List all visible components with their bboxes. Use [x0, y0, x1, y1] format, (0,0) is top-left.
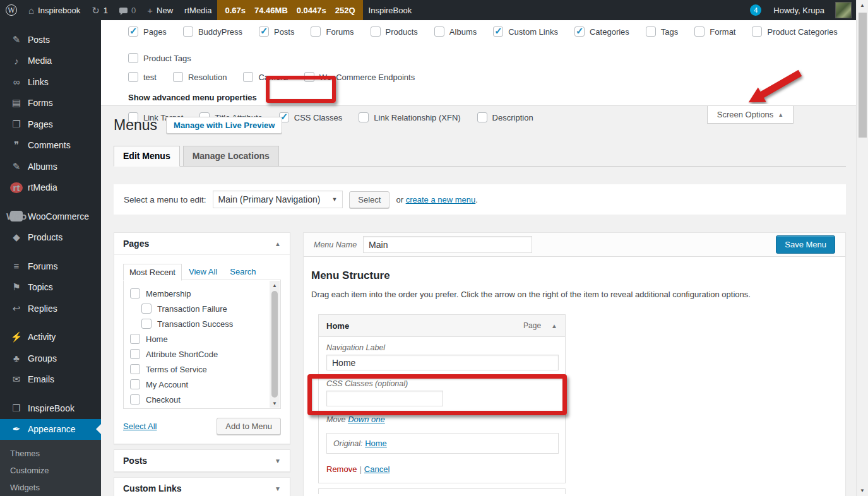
- checkbox-posts[interactable]: Posts: [259, 27, 295, 37]
- checkbox-product-tags[interactable]: Product Tags: [128, 53, 191, 63]
- checkbox-camera[interactable]: Camera: [243, 72, 287, 82]
- chevron-up-icon[interactable]: ▲: [551, 322, 557, 329]
- checkbox-forums[interactable]: Forums: [311, 27, 354, 37]
- sidebar-item-products[interactable]: ◆Products: [0, 227, 101, 249]
- adminbar-new[interactable]: + New: [141, 0, 179, 20]
- checkbox: [311, 27, 321, 37]
- checkbox-buddypress[interactable]: BuddyPress: [183, 27, 242, 37]
- menu-select-dropdown[interactable]: Main (Primary Navigation) ▼: [213, 191, 343, 208]
- current-item-arrow: [91, 424, 101, 434]
- move-down-one-link[interactable]: Down one: [348, 415, 385, 424]
- select-all-link[interactable]: Select All: [123, 422, 157, 431]
- page-item-checkout[interactable]: Checkout: [130, 392, 265, 407]
- tab-view-all[interactable]: View All: [183, 264, 223, 280]
- sidebar-item-replies[interactable]: ↩Replies: [0, 298, 101, 319]
- checkbox-custom-links[interactable]: Custom Links: [493, 27, 558, 37]
- posts-panel-header[interactable]: Posts ▼: [114, 450, 290, 471]
- notification-badge[interactable]: 4: [750, 4, 761, 16]
- tab-edit-menus[interactable]: Edit Menus: [114, 146, 180, 167]
- wp-logo-menu[interactable]: W: [0, 0, 23, 20]
- stat-load-time: 0.67s: [225, 6, 246, 15]
- scroll-up-icon[interactable]: ▲: [272, 281, 277, 290]
- navigation-label-input[interactable]: [326, 355, 559, 370]
- tab-most-recent[interactable]: Most Recent: [123, 264, 182, 281]
- page-item-transaction-failure[interactable]: Transaction Failure: [141, 301, 265, 316]
- menu-name-input[interactable]: [363, 236, 532, 253]
- adminbar-rtmedia[interactable]: rtMedia: [179, 0, 217, 20]
- sidebar-item-comments[interactable]: ❞Comments: [0, 135, 101, 156]
- scroll-down-icon[interactable]: ▼: [860, 485, 865, 496]
- adminbar-comments[interactable]: 0: [114, 0, 141, 20]
- manage-live-preview-button[interactable]: Manage with Live Preview: [166, 117, 282, 134]
- adminbar-account[interactable]: Howdy, Krupa: [768, 6, 830, 15]
- sidebar-item-forms[interactable]: ▤Forms: [0, 93, 101, 114]
- page-item-transaction-success[interactable]: Transaction Success: [141, 316, 265, 331]
- custom-links-panel: Custom Links ▼: [114, 477, 290, 496]
- menu-item-handle[interactable]: Home Page ▲: [318, 314, 566, 337]
- add-to-menu-button[interactable]: Add to Menu: [217, 418, 281, 435]
- submenu-item-customize[interactable]: Customize: [0, 462, 101, 479]
- checkbox-tags[interactable]: Tags: [646, 27, 678, 37]
- page-item-terms-of-service[interactable]: Terms of Service: [130, 362, 265, 377]
- sidebar-item-topics[interactable]: ⚑Topics: [0, 277, 101, 298]
- checkbox-categories[interactable]: Categories: [574, 27, 629, 37]
- page-item-attribute-shortcode[interactable]: Attribute ShortCode: [130, 346, 265, 362]
- sidebar-item-posts[interactable]: ✎Posts: [0, 29, 101, 50]
- pages-panel-tabs: Most Recent View All Search: [123, 264, 281, 280]
- create-new-menu-link[interactable]: create a new menu: [406, 195, 476, 204]
- checkbox-pages[interactable]: Pages: [128, 27, 167, 37]
- sidebar-item-albums[interactable]: ✎Albums: [0, 156, 101, 177]
- tab-manage-locations[interactable]: Manage Locations: [183, 146, 279, 167]
- original-box: Original: Home: [326, 433, 559, 454]
- cancel-link[interactable]: Cancel: [364, 464, 389, 474]
- sidebar-item-media[interactable]: ♪Media: [0, 50, 101, 72]
- albums-icon: ✎: [10, 161, 23, 172]
- remove-link[interactable]: Remove: [326, 464, 357, 474]
- sidebar-item-links[interactable]: ∞Links: [0, 71, 101, 93]
- custom-links-panel-header[interactable]: Custom Links ▼: [114, 478, 290, 496]
- scroll-up-icon[interactable]: ▲: [860, 0, 865, 11]
- sidebar-item-groups[interactable]: ♣Groups: [0, 348, 101, 369]
- css-classes-input[interactable]: [326, 391, 443, 406]
- sidebar-item-forums[interactable]: ≡Forums: [0, 256, 101, 277]
- comments-icon: ❞: [10, 139, 23, 151]
- menu-editor: Menu Name Save Menu Menu Structure Drag …: [303, 232, 846, 496]
- original-label: Original:: [333, 439, 363, 448]
- checkbox-product-categories[interactable]: Product Categories: [752, 27, 837, 37]
- submenu-item-themes[interactable]: Themes: [0, 445, 101, 462]
- checkbox-products[interactable]: Products: [371, 27, 418, 37]
- window-scrollbar[interactable]: ▲ ▼: [856, 0, 868, 496]
- submenu-item-widgets[interactable]: Widgets: [0, 479, 101, 496]
- adminbar-performance-stats[interactable]: 0.67s 74.46MB 0.0447s 252Q: [217, 0, 362, 20]
- sidebar-item-pages[interactable]: ❐Pages: [0, 114, 101, 135]
- posts-icon: ✎: [10, 34, 23, 45]
- scroll-down-icon[interactable]: ▼: [272, 399, 277, 408]
- sidebar-item-appearance[interactable]: ✒Appearance: [0, 419, 101, 440]
- tab-search[interactable]: Search: [224, 264, 261, 280]
- checkbox-resolution[interactable]: Resolution: [173, 72, 227, 82]
- avatar[interactable]: [835, 2, 852, 18]
- page-item-home[interactable]: Home: [130, 331, 265, 346]
- save-menu-button[interactable]: Save Menu: [776, 235, 835, 254]
- screen-options-tab[interactable]: Screen Options ▲: [707, 106, 794, 124]
- adminbar-updates[interactable]: ↻ 1: [86, 0, 114, 20]
- scrollbar-thumb[interactable]: [859, 13, 867, 138]
- page-item-membership[interactable]: Membership: [130, 286, 265, 301]
- adminbar-inspirebook[interactable]: InspireBook: [363, 0, 418, 20]
- adminbar-site-name[interactable]: ⌂ Inspirebook: [23, 0, 86, 20]
- checkbox-albums[interactable]: Albums: [434, 27, 477, 37]
- list-scrollbar[interactable]: ▲ ▼: [270, 281, 280, 408]
- checkbox-woocommerce-endpoints[interactable]: WooCommerce Endpoints: [304, 72, 415, 82]
- sidebar-item-inspirebook[interactable]: ❒InspireBook: [0, 398, 101, 419]
- sidebar-item-activity[interactable]: ⚡Activity: [0, 327, 101, 348]
- original-home-link[interactable]: Home: [365, 439, 387, 448]
- scrollbar-thumb[interactable]: [271, 291, 278, 398]
- pages-panel-header[interactable]: Pages ▲: [114, 233, 290, 254]
- sidebar-item-rtmedia[interactable]: rtrtMedia: [0, 177, 101, 199]
- sidebar-item-emails[interactable]: ✉Emails: [0, 369, 101, 391]
- checkbox-format[interactable]: Format: [694, 27, 735, 37]
- select-button[interactable]: Select: [349, 191, 389, 208]
- checkbox-test[interactable]: test: [128, 72, 157, 82]
- sidebar-item-woocommerce[interactable]: WooWooCommerce: [0, 206, 101, 227]
- page-item-my-account[interactable]: My Account: [130, 377, 265, 392]
